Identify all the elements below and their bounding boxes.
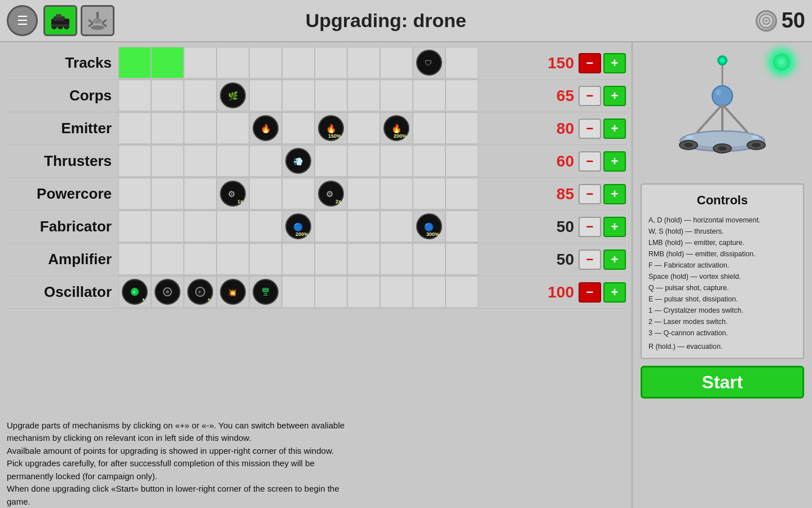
grid-cell[interactable] [184, 145, 217, 177]
grid-cell[interactable]: 🔥200% [380, 112, 413, 144]
grid-cell[interactable] [445, 80, 478, 111]
grid-cell[interactable] [380, 178, 413, 209]
minus-button[interactable]: − [579, 217, 601, 237]
minus-button[interactable]: − [579, 119, 601, 139]
minus-button[interactable]: − [579, 53, 601, 73]
grid-cell[interactable] [445, 145, 478, 177]
grid-cell[interactable]: ++ [184, 276, 217, 308]
grid-cell[interactable] [184, 243, 217, 275]
grid-cell[interactable] [413, 243, 445, 275]
grid-cell[interactable] [380, 243, 413, 275]
plus-button[interactable]: + [603, 119, 626, 139]
grid-cell[interactable] [151, 80, 184, 111]
grid-cell[interactable] [445, 276, 478, 308]
grid-cell[interactable] [249, 211, 282, 242]
grid-cell[interactable] [347, 243, 380, 275]
grid-cell[interactable] [413, 112, 445, 144]
grid-cell[interactable] [347, 211, 380, 242]
grid-cell[interactable] [380, 211, 413, 242]
minus-button[interactable]: − [579, 151, 601, 172]
grid-cell[interactable] [184, 80, 217, 111]
plus-button[interactable]: + [603, 53, 626, 73]
grid-cell[interactable]: 🌿 [217, 80, 249, 111]
plus-button[interactable]: + [603, 151, 626, 172]
start-button[interactable]: Start [641, 366, 804, 398]
grid-cell[interactable] [347, 145, 380, 177]
grid-cell[interactable] [413, 178, 445, 209]
grid-cell[interactable] [413, 80, 445, 111]
grid-cell[interactable] [151, 243, 184, 275]
grid-cell[interactable] [249, 178, 282, 209]
grid-cell[interactable] [118, 47, 151, 78]
grid-cell[interactable] [184, 211, 217, 242]
grid-cell[interactable] [184, 112, 217, 144]
grid-cell[interactable] [217, 47, 249, 78]
minus-button[interactable]: − [579, 86, 601, 106]
grid-cell[interactable] [282, 47, 315, 78]
grid-cell[interactable]: 💥 [217, 276, 249, 308]
grid-cell[interactable] [445, 211, 478, 242]
grid-cell[interactable] [217, 112, 249, 144]
grid-cell[interactable]: 🔥 [249, 112, 282, 144]
grid-cell[interactable] [380, 47, 413, 78]
grid-cell[interactable] [315, 243, 347, 275]
plus-button[interactable]: + [603, 249, 626, 270]
grid-cell[interactable] [445, 47, 478, 78]
grid-cell[interactable] [217, 243, 249, 275]
grid-cell[interactable] [347, 276, 380, 308]
grid-cell[interactable] [118, 145, 151, 177]
grid-cell[interactable]: ⚙2x [315, 178, 347, 209]
grid-cell[interactable] [315, 211, 347, 242]
grid-cell[interactable] [217, 211, 249, 242]
grid-cell[interactable] [445, 243, 478, 275]
grid-cell[interactable] [184, 47, 217, 78]
plus-button[interactable]: + [603, 86, 626, 106]
grid-cell[interactable] [445, 112, 478, 144]
grid-cell[interactable] [282, 178, 315, 209]
grid-cell[interactable] [151, 112, 184, 144]
grid-cell[interactable] [151, 145, 184, 177]
grid-cell[interactable] [282, 243, 315, 275]
grid-cell[interactable] [315, 80, 347, 111]
grid-cell[interactable] [347, 112, 380, 144]
grid-cell[interactable] [118, 243, 151, 275]
grid-cell[interactable] [347, 47, 380, 78]
grid-cell[interactable] [282, 276, 315, 308]
grid-cell[interactable] [315, 276, 347, 308]
plus-button[interactable]: + [603, 184, 626, 204]
grid-cell[interactable] [282, 112, 315, 144]
grid-cell[interactable] [118, 178, 151, 209]
grid-cell[interactable] [151, 211, 184, 242]
grid-cell[interactable]: ++ [118, 276, 151, 308]
grid-cell[interactable] [282, 80, 315, 111]
grid-cell[interactable] [347, 178, 380, 209]
grid-cell[interactable] [315, 145, 347, 177]
grid-cell[interactable] [184, 178, 217, 209]
grid-cell[interactable]: 🔵200% [282, 211, 315, 242]
grid-cell[interactable]: ⚙1x [217, 178, 249, 209]
plus-button[interactable]: + [603, 217, 626, 237]
grid-cell[interactable] [249, 276, 282, 308]
grid-cell[interactable]: 🔥150% [315, 112, 347, 144]
grid-cell[interactable] [249, 243, 282, 275]
grid-cell[interactable] [249, 80, 282, 111]
grid-cell[interactable] [413, 276, 445, 308]
minus-button[interactable]: − [579, 184, 601, 204]
grid-cell[interactable] [151, 276, 184, 308]
grid-cell[interactable] [315, 47, 347, 78]
minus-button[interactable]: − [579, 282, 601, 303]
grid-cell[interactable] [151, 47, 184, 78]
grid-cell[interactable] [380, 80, 413, 111]
grid-cell[interactable]: 🛡 [413, 47, 445, 78]
grid-cell[interactable] [413, 145, 445, 177]
grid-cell[interactable] [151, 178, 184, 209]
grid-cell[interactable]: 🔵300% [413, 211, 445, 242]
grid-cell[interactable] [380, 276, 413, 308]
grid-cell[interactable] [217, 145, 249, 177]
grid-cell[interactable] [118, 80, 151, 111]
grid-cell[interactable] [118, 112, 151, 144]
grid-cell[interactable] [249, 47, 282, 78]
grid-cell[interactable] [445, 178, 478, 209]
grid-cell[interactable] [380, 145, 413, 177]
grid-cell[interactable] [347, 80, 380, 111]
